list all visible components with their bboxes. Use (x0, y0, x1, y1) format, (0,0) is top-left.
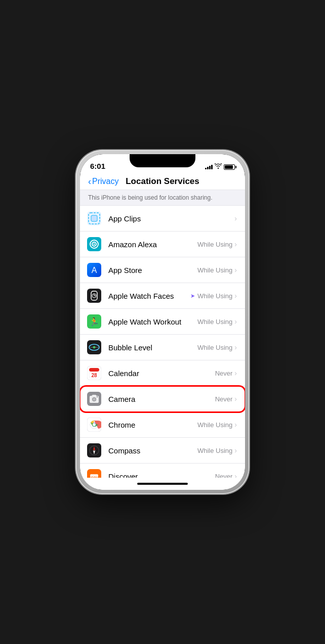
phone-frame: 6:01 (76, 150, 249, 494)
home-indicator (80, 478, 245, 490)
discover-icon: DISCOVER (86, 468, 102, 478)
page-title: Location Services (126, 176, 199, 187)
calendar-status: Never› (215, 369, 237, 377)
discover-status: Never› (215, 472, 237, 478)
list-item-apple-watch-workout[interactable]: 🏃Apple Watch WorkoutWhile Using› (80, 309, 245, 335)
status-time: 6:01 (90, 162, 105, 170)
screen: 6:01 (80, 154, 245, 490)
list-item-camera[interactable]: CameraNever› (80, 386, 245, 412)
svg-text:DISCOVER: DISCOVER (87, 476, 101, 478)
bubble-level-status: While Using› (197, 343, 237, 351)
amazon-alexa-status-text: While Using (197, 241, 232, 248)
app-clips-status: › (233, 214, 237, 222)
calendar-name: Calendar (108, 369, 215, 378)
compass-status-text: While Using (197, 447, 232, 454)
status-icons (205, 163, 235, 170)
phone-inner: 6:01 (80, 154, 245, 490)
chevron-icon: › (234, 421, 237, 429)
back-chevron-icon: ‹ (88, 177, 91, 186)
chevron-icon: › (234, 266, 237, 274)
signal-bars-icon (205, 165, 213, 169)
svg-rect-2 (91, 215, 97, 221)
camera-name: Camera (108, 395, 215, 403)
svg-point-6 (94, 244, 95, 245)
amazon-alexa-status: While Using› (197, 240, 237, 248)
camera-status-text: Never (215, 395, 233, 403)
list-item-app-clips[interactable]: App Clips› (80, 206, 245, 232)
svg-text:🏃: 🏃 (89, 317, 99, 327)
info-banner: This iPhone is being used for location s… (80, 190, 245, 206)
home-bar (137, 483, 188, 485)
chrome-status: While Using› (197, 421, 237, 429)
app-store-name: App Store (108, 266, 197, 274)
app-store-status-text: While Using (197, 266, 232, 274)
info-banner-text: This iPhone is being used for location s… (88, 194, 212, 201)
chevron-icon: › (234, 317, 237, 326)
chrome-status-text: While Using (197, 421, 232, 429)
app-clips-icon (86, 210, 102, 226)
apple-watch-workout-status: While Using› (197, 317, 237, 326)
apple-watch-faces-name: Apple Watch Faces (108, 292, 190, 300)
list-item-apple-watch-faces[interactable]: Apple Watch Faces➤While Using› (80, 283, 245, 309)
compass-status: While Using› (197, 446, 237, 454)
list-item-chrome[interactable]: ChromeWhile Using› (80, 412, 245, 438)
amazon-alexa-name: Amazon Alexa (108, 240, 197, 249)
svg-point-27 (97, 396, 98, 397)
svg-point-31 (93, 423, 96, 426)
chevron-icon: › (234, 343, 237, 351)
list-item-compass[interactable]: CompassWhile Using› (80, 438, 245, 464)
nav-bar: ‹ Privacy Location Services (80, 172, 245, 190)
svg-text:28: 28 (91, 373, 97, 378)
app-list[interactable]: App Clips›Amazon AlexaWhile Using›AApp S… (80, 206, 245, 478)
chevron-icon: › (234, 214, 237, 222)
notch (130, 154, 195, 167)
list-item-app-store[interactable]: AApp StoreWhile Using› (80, 257, 245, 283)
chevron-icon: › (234, 240, 237, 248)
bubble-level-name: Bubble Level (108, 343, 197, 352)
back-button[interactable]: ‹ Privacy (88, 177, 118, 186)
list-item-bubble-level[interactable]: Bubble LevelWhile Using› (80, 335, 245, 360)
apple-watch-workout-status-text: While Using (197, 318, 232, 326)
list-item-calendar[interactable]: 28CalendarNever› (80, 360, 245, 386)
wifi-icon (215, 163, 222, 170)
calendar-icon: 28 (86, 365, 102, 381)
chevron-icon: › (234, 369, 237, 377)
chevron-icon: › (234, 395, 237, 403)
bubble-level-icon (86, 339, 102, 355)
chevron-icon: › (234, 472, 237, 478)
svg-text:A: A (92, 266, 97, 274)
discover-status-text: Never (215, 473, 233, 478)
compass-name: Compass (108, 446, 197, 455)
calendar-status-text: Never (215, 370, 233, 377)
apple-watch-faces-status-text: While Using (197, 292, 232, 300)
svg-point-26 (93, 398, 96, 401)
location-arrow-icon: ➤ (190, 293, 195, 299)
camera-status: Never› (215, 395, 237, 403)
svg-rect-22 (89, 368, 99, 372)
apple-watch-workout-icon: 🏃 (86, 313, 102, 330)
camera-icon (86, 391, 102, 407)
app-clips-name: App Clips (108, 214, 233, 223)
compass-icon (86, 442, 102, 458)
list-item-discover[interactable]: DISCOVERDiscoverNever› (80, 464, 245, 478)
apple-watch-faces-status: ➤While Using› (190, 292, 237, 300)
bubble-level-status-text: While Using (197, 344, 232, 351)
app-store-icon: A (86, 262, 102, 278)
amazon-alexa-icon (86, 236, 102, 252)
chevron-icon: › (234, 292, 237, 300)
app-store-status: While Using› (197, 266, 237, 274)
chevron-icon: › (234, 446, 237, 454)
discover-name: Discover (108, 472, 215, 478)
back-label: Privacy (92, 177, 118, 186)
apple-watch-faces-icon (86, 288, 102, 304)
list-item-amazon-alexa[interactable]: Amazon AlexaWhile Using› (80, 232, 245, 257)
battery-icon (224, 164, 235, 170)
chrome-name: Chrome (108, 421, 197, 429)
svg-rect-32 (87, 443, 101, 457)
chrome-icon (86, 417, 102, 433)
apple-watch-workout-name: Apple Watch Workout (108, 317, 197, 326)
